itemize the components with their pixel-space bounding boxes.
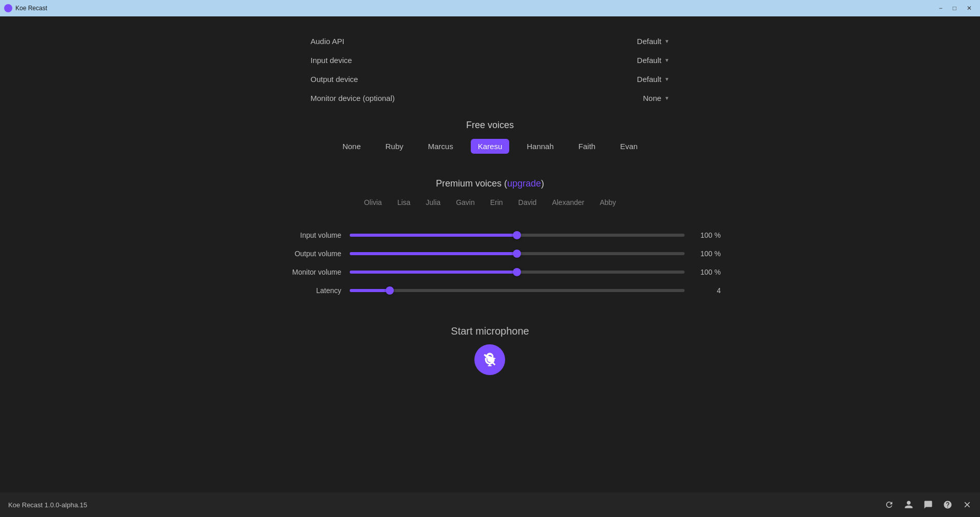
input-volume-fill	[350, 234, 517, 237]
premium-voices-list: Olivia Lisa Julia Gavin Erin David Alexa…	[259, 198, 721, 206]
free-voices-section: Free voices None Ruby Marcus Karesu Hann…	[311, 120, 670, 168]
voice-btn-none[interactable]: None	[335, 139, 368, 154]
minimize-button[interactable]: −	[935, 4, 947, 13]
input-device-dropdown[interactable]: Default ▼	[637, 56, 669, 65]
monitor-volume-fill	[350, 271, 517, 274]
monitor-device-label: Monitor device (optional)	[311, 94, 395, 102]
help-button[interactable]	[943, 500, 952, 509]
output-device-dropdown[interactable]: Default ▼	[637, 75, 669, 84]
voice-btn-evan[interactable]: Evan	[613, 139, 645, 154]
bottom-version: Koe Recast 1.0.0-alpha.15	[8, 501, 87, 509]
latency-row: Latency 4	[259, 286, 721, 295]
bottom-close-button[interactable]	[963, 500, 972, 509]
premium-voice-julia[interactable]: Julia	[426, 198, 441, 206]
user-icon	[904, 500, 913, 509]
latency-slider-container	[350, 289, 685, 292]
output-volume-label: Output volume	[259, 250, 342, 258]
monitor-device-row: Monitor device (optional) None ▼	[311, 89, 670, 108]
premium-voice-gavin[interactable]: Gavin	[456, 198, 475, 206]
voice-btn-marcus[interactable]: Marcus	[421, 139, 461, 154]
upgrade-link[interactable]: upgrade	[507, 178, 541, 189]
audio-api-row: Audio API Default ▼	[311, 32, 670, 51]
title-bar-controls[interactable]: − □ ✕	[935, 4, 976, 13]
refresh-icon	[885, 500, 894, 509]
audio-api-dropdown[interactable]: Default ▼	[637, 37, 669, 46]
audio-api-arrow: ▼	[665, 38, 670, 44]
mic-section: Start microphone	[451, 325, 529, 375]
maximize-button[interactable]: □	[949, 4, 961, 13]
premium-voice-lisa[interactable]: Lisa	[397, 198, 411, 206]
audio-api-label: Audio API	[311, 37, 345, 46]
voice-btn-ruby[interactable]: Ruby	[378, 139, 411, 154]
monitor-volume-slider-container	[350, 271, 685, 274]
premium-voice-david[interactable]: David	[518, 198, 537, 206]
latency-label: Latency	[259, 286, 342, 295]
mic-icon	[483, 353, 497, 367]
input-device-value: Default	[637, 56, 662, 65]
user-button[interactable]	[904, 500, 913, 509]
premium-voices-title: Premium voices (upgrade)	[259, 178, 721, 189]
title-bar: Koe Recast − □ ✕	[0, 0, 980, 16]
title-bar-left: Koe Recast	[4, 4, 47, 12]
chat-icon	[924, 500, 933, 509]
premium-voice-abby[interactable]: Abby	[599, 198, 616, 206]
latency-track	[350, 289, 685, 292]
monitor-volume-thumb[interactable]	[513, 268, 521, 276]
bottom-bar: Koe Recast 1.0.0-alpha.15	[0, 492, 980, 517]
input-volume-label: Input volume	[259, 231, 342, 239]
bottom-icons	[885, 500, 972, 509]
audio-api-value: Default	[637, 37, 662, 46]
monitor-device-dropdown[interactable]: None ▼	[643, 94, 670, 102]
monitor-volume-row: Monitor volume 100 %	[259, 268, 721, 276]
premium-voice-erin[interactable]: Erin	[490, 198, 503, 206]
output-device-row: Output device Default ▼	[311, 70, 670, 89]
close-button[interactable]: ✕	[963, 4, 976, 13]
output-volume-slider-container	[350, 252, 685, 255]
sliders-section: Input volume 100 % Output volume 100 % M…	[259, 231, 721, 305]
voice-btn-faith[interactable]: Faith	[571, 139, 603, 154]
mic-title: Start microphone	[451, 325, 529, 337]
app-icon	[4, 4, 12, 12]
free-voices-buttons: None Ruby Marcus Karesu Hannah Faith Eva…	[311, 139, 670, 154]
output-device-value: Default	[637, 75, 662, 84]
premium-voices-section: Premium voices (upgrade) Olivia Lisa Jul…	[259, 178, 721, 223]
output-volume-thumb[interactable]	[513, 250, 521, 258]
output-device-label: Output device	[311, 75, 358, 84]
voice-btn-karesu[interactable]: Karesu	[471, 139, 510, 154]
input-volume-slider-container	[350, 234, 685, 237]
output-device-arrow: ▼	[665, 76, 670, 82]
help-icon	[943, 500, 952, 509]
main-content: Audio API Default ▼ Input device Default…	[0, 16, 980, 492]
free-voices-title: Free voices	[311, 120, 670, 131]
input-volume-value: 100 %	[693, 231, 721, 239]
latency-fill	[350, 289, 390, 292]
chat-button[interactable]	[924, 500, 933, 509]
input-device-label: Input device	[311, 56, 352, 65]
monitor-device-value: None	[643, 94, 662, 102]
title-bar-title: Koe Recast	[15, 5, 47, 12]
output-volume-fill	[350, 252, 517, 255]
premium-voice-alexander[interactable]: Alexander	[552, 198, 584, 206]
input-device-row: Input device Default ▼	[311, 51, 670, 70]
output-volume-row: Output volume 100 %	[259, 250, 721, 258]
voice-btn-hannah[interactable]: Hannah	[519, 139, 561, 154]
monitor-device-arrow: ▼	[665, 95, 670, 101]
close-icon	[963, 500, 972, 509]
refresh-button[interactable]	[885, 500, 894, 509]
premium-voice-olivia[interactable]: Olivia	[364, 198, 382, 206]
settings-section: Audio API Default ▼ Input device Default…	[311, 32, 670, 108]
latency-value: 4	[693, 286, 721, 295]
monitor-volume-value: 100 %	[693, 268, 721, 276]
output-volume-value: 100 %	[693, 250, 721, 258]
input-volume-row: Input volume 100 %	[259, 231, 721, 239]
latency-thumb[interactable]	[386, 286, 394, 295]
mic-button[interactable]	[474, 344, 505, 375]
input-device-arrow: ▼	[665, 57, 670, 63]
monitor-volume-label: Monitor volume	[259, 268, 342, 276]
input-volume-thumb[interactable]	[513, 231, 521, 239]
